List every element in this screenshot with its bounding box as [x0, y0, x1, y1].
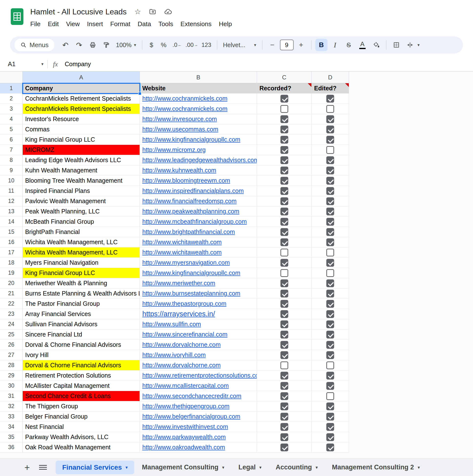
star-icon[interactable]: ☆	[134, 8, 141, 15]
website-cell[interactable]: http://www.ivoryhill.com	[140, 350, 257, 360]
website-cell[interactable]: http://www.myersnavigation.com	[140, 258, 257, 268]
edited-checkbox[interactable]	[326, 433, 334, 441]
website-link[interactable]: http://www.kingfinancialgroupllc.com	[142, 136, 240, 143]
website-link[interactable]: http://www.ivoryhill.com	[142, 351, 206, 358]
edited-cell[interactable]	[312, 165, 349, 176]
website-link[interactable]: http://www.peakwealthplanning.com	[142, 208, 239, 215]
menu-help[interactable]: Help	[215, 19, 236, 29]
website-link[interactable]: http://www.mcallistercapital.com	[142, 382, 229, 389]
website-cell[interactable]: http://www.sullfin.com	[140, 319, 257, 329]
edited-checkbox[interactable]	[326, 269, 334, 277]
add-sheet-button[interactable]: +	[21, 463, 33, 472]
menu-extensions[interactable]: Extensions	[177, 19, 215, 29]
header-cell-website[interactable]: Website	[140, 83, 257, 94]
website-link[interactable]: http://www.investwithinvest.com	[142, 423, 228, 430]
recorded-cell[interactable]	[257, 329, 312, 340]
website-cell[interactable]: http://www.financialfreedomsp.com	[140, 196, 257, 206]
row-number[interactable]: 16	[0, 237, 23, 247]
recorded-cell[interactable]	[257, 217, 312, 227]
website-link[interactable]: http://www.leadingedgewealthadvisors.com	[142, 156, 257, 163]
row-number[interactable]: 31	[0, 391, 23, 401]
recorded-cell[interactable]	[257, 411, 312, 422]
recorded-cell[interactable]	[257, 350, 312, 360]
company-cell[interactable]: Burns Estate Planning & Wealth Advisors …	[23, 289, 140, 299]
website-link[interactable]: http://www.wichitawealth.com	[142, 238, 222, 245]
website-link[interactable]: http://www.inspiredfinancialplans.com	[142, 187, 244, 194]
website-link[interactable]: http://www.parkwaywealth.com	[142, 434, 226, 440]
recorded-checkbox[interactable]	[280, 126, 288, 133]
tab-management-consulting-2[interactable]: Management Consulting 2▾	[325, 461, 426, 474]
undo-button[interactable]: ↶	[59, 39, 71, 51]
edited-checkbox[interactable]	[326, 115, 334, 123]
website-cell[interactable]: http://www.parkwaywealth.com	[140, 432, 257, 442]
edited-cell[interactable]	[312, 309, 349, 319]
website-link[interactable]: http://www.thepastorgroup.com	[142, 300, 227, 307]
edited-cell[interactable]	[312, 186, 349, 196]
website-cell[interactable]: http://www.secondchancecreditr.com	[140, 391, 257, 401]
recorded-cell[interactable]	[257, 381, 312, 391]
website-link[interactable]: http://www.dorvalchorne.com	[142, 362, 221, 369]
row-number[interactable]: 15	[0, 227, 23, 237]
recorded-cell[interactable]	[257, 237, 312, 247]
edited-checkbox[interactable]	[326, 361, 334, 369]
recorded-checkbox[interactable]	[280, 115, 288, 123]
row-number[interactable]: 11	[0, 186, 23, 196]
recorded-checkbox[interactable]	[280, 249, 288, 256]
edited-cell[interactable]	[312, 104, 349, 114]
edited-checkbox[interactable]	[326, 238, 334, 246]
format-percent-button[interactable]: %	[158, 39, 169, 51]
recorded-cell[interactable]	[257, 319, 312, 329]
recorded-checkbox[interactable]	[280, 290, 288, 297]
font-size-input[interactable]: 9	[280, 40, 294, 50]
recorded-checkbox[interactable]	[280, 197, 288, 205]
company-cell[interactable]: CochranMickels Retirement Specialists	[23, 94, 140, 104]
borders-button[interactable]	[390, 39, 403, 51]
recorded-checkbox[interactable]	[280, 310, 288, 318]
row-number[interactable]: 34	[0, 422, 23, 432]
edited-checkbox[interactable]	[326, 218, 334, 226]
name-box[interactable]: A1 ▾	[0, 60, 43, 68]
format-currency-button[interactable]: $	[146, 39, 157, 51]
edited-cell[interactable]	[312, 227, 349, 237]
edited-cell[interactable]	[312, 217, 349, 227]
column-header-a[interactable]: A	[23, 71, 140, 83]
increase-decimal-button[interactable]: .00→	[185, 39, 198, 51]
website-cell[interactable]: http://www.thepastorgroup.com	[140, 299, 257, 309]
row-number[interactable]: 29	[0, 371, 23, 381]
redo-button[interactable]: ↷	[73, 39, 85, 51]
font-selector[interactable]: Helvet... ▾	[221, 42, 258, 49]
company-cell[interactable]: McBeath Financial Group	[23, 217, 140, 227]
website-cell[interactable]: http://www.dorvalchorne.com	[140, 360, 257, 371]
sheets-logo-icon[interactable]	[11, 8, 23, 25]
company-cell[interactable]: Myers Financial Navigation	[23, 258, 140, 268]
recorded-cell[interactable]	[257, 165, 312, 176]
website-link[interactable]: http://www.burnsestateplanning.com	[142, 290, 240, 297]
website-link[interactable]: http://www.dorvalchorne.com	[142, 341, 221, 348]
chevron-down-icon[interactable]: ▾	[125, 465, 128, 470]
italic-button[interactable]: I	[329, 39, 341, 51]
website-cell[interactable]: http://www.wichitawealth.com	[140, 247, 257, 258]
row-number[interactable]: 20	[0, 278, 23, 289]
edited-cell[interactable]	[312, 411, 349, 422]
company-cell[interactable]: Kuhn Wealth Management	[23, 165, 140, 176]
row-number[interactable]: 36	[0, 442, 23, 453]
edited-cell[interactable]	[312, 268, 349, 278]
recorded-cell[interactable]	[257, 227, 312, 237]
recorded-cell[interactable]	[257, 104, 312, 114]
edited-cell[interactable]	[312, 145, 349, 155]
recorded-checkbox[interactable]	[280, 146, 288, 154]
recorded-checkbox[interactable]	[280, 105, 288, 113]
recorded-checkbox[interactable]	[280, 269, 288, 277]
website-link[interactable]: http://www.meriwether.com	[142, 280, 215, 287]
header-cell-edited[interactable]: Edited?	[312, 83, 349, 94]
edited-checkbox[interactable]	[326, 403, 334, 410]
edited-checkbox[interactable]	[326, 136, 334, 144]
company-cell[interactable]: Investor's Resource	[23, 114, 140, 124]
website-cell[interactable]: http://www.cochranmickels.com	[140, 94, 257, 104]
edited-checkbox[interactable]	[326, 341, 334, 349]
document-title[interactable]: Hamlet - All Locusive Leads	[30, 7, 127, 16]
website-cell[interactable]: http://www.inspiredfinancialplans.com	[140, 186, 257, 196]
edited-checkbox[interactable]	[326, 443, 334, 451]
website-cell[interactable]: http://www.kingfinancialgroupllc.com	[140, 268, 257, 278]
recorded-cell[interactable]	[257, 309, 312, 319]
